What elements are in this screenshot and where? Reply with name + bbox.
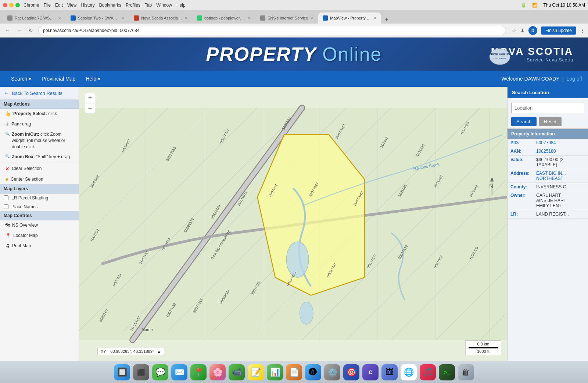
tab-label: Re: LeadingRE WSAT Tra... bbox=[15, 16, 56, 20]
back-to-results[interactable]: ← Back To Search Results bbox=[0, 87, 79, 100]
minimize-btn[interactable] bbox=[9, 3, 14, 7]
window-controls[interactable] bbox=[3, 3, 20, 7]
maps-icon: 📍 bbox=[194, 368, 204, 377]
more-options-icon[interactable]: ⋮ bbox=[580, 28, 585, 33]
tab-2[interactable]: Session Two - SWAT On... ✕ bbox=[66, 13, 129, 24]
zoom-out-button[interactable]: − bbox=[85, 103, 95, 113]
center-selection-btn[interactable]: ◈ Center Selection bbox=[0, 174, 79, 184]
chrome-menu-item[interactable]: Profiles bbox=[126, 3, 140, 8]
nav-provincial-map[interactable]: Provincial Map bbox=[36, 73, 80, 85]
dock-settings[interactable]: ⚙️ bbox=[324, 364, 340, 380]
dock-music[interactable]: 🎵 bbox=[420, 364, 436, 380]
chrome-menu-item[interactable]: Bookmarks bbox=[99, 3, 121, 8]
dock-trash[interactable]: 🗑 bbox=[458, 364, 474, 380]
chrome-menu-item[interactable]: View bbox=[67, 3, 77, 8]
owner-label: Owner: bbox=[508, 191, 533, 210]
forward-button[interactable]: → bbox=[15, 26, 24, 35]
back-button[interactable]: ← bbox=[3, 26, 12, 35]
url-bar[interactable]: pol.novascotia.ca/POL/Map/Index?pid=5007… bbox=[38, 26, 506, 35]
clear-selection-btn[interactable]: ✕ Clear Selection bbox=[0, 164, 79, 175]
lr-parcel-shading-toggle[interactable]: LR Parcel Shading bbox=[0, 194, 79, 202]
tab-label: MapView - Property Onl... bbox=[330, 16, 371, 20]
print-map-btn[interactable]: 🖨 Print Map bbox=[0, 241, 79, 251]
tab-close[interactable]: ✕ bbox=[121, 16, 124, 20]
address-value[interactable]: EAST BIG IN...NORTHEAST bbox=[533, 169, 588, 183]
ns-overview-btn[interactable]: 🗺 NS Overview bbox=[0, 220, 79, 231]
tab-close[interactable]: ✕ bbox=[373, 16, 376, 20]
tab-favicon bbox=[71, 15, 76, 21]
dock-canva[interactable]: C bbox=[362, 364, 379, 380]
map-svg: Maisons Brook 5007593 5009857 50277585 5… bbox=[79, 87, 507, 361]
finish-update-button[interactable]: Finish update bbox=[541, 26, 576, 35]
coords-value: -60.988263°, 46.331889° bbox=[109, 349, 154, 354]
reload-button[interactable]: ↻ bbox=[26, 26, 35, 35]
tab-5[interactable]: SNS's Internet Service ✕ bbox=[256, 13, 318, 24]
logoff-link[interactable]: Log off bbox=[566, 76, 582, 82]
tab-4[interactable]: dotloop - peoplework, n... ✕ bbox=[193, 13, 255, 24]
chrome-menu-item[interactable]: Window bbox=[156, 3, 172, 8]
dock-facetime[interactable]: 📹 bbox=[229, 364, 245, 380]
close-btn[interactable] bbox=[3, 3, 7, 7]
pid-value[interactable]: 50077684 bbox=[533, 139, 588, 147]
place-names-toggle[interactable]: Place Names bbox=[0, 202, 79, 211]
messages-icon: 💬 bbox=[155, 368, 165, 377]
url-text: pol.novascotia.ca/POL/Map/Index?pid=5007… bbox=[43, 28, 140, 33]
dock-keynote[interactable]: 🎯 bbox=[343, 364, 359, 380]
tab-close[interactable]: ✕ bbox=[184, 16, 187, 20]
chrome-menu-item[interactable]: Tab bbox=[145, 3, 152, 8]
pid-row: PID: 50077684 bbox=[508, 139, 588, 147]
tab-favicon bbox=[197, 15, 202, 21]
lr-parcel-checkbox[interactable] bbox=[4, 195, 8, 200]
chrome-menu-item[interactable]: File bbox=[44, 3, 51, 8]
place-names-checkbox[interactable] bbox=[4, 204, 8, 209]
clear-selection-label: Clear Selection bbox=[12, 166, 75, 172]
dock-mail[interactable]: ✉️ bbox=[171, 364, 187, 380]
locator-map-btn[interactable]: 📍 Locator Map bbox=[0, 231, 79, 241]
bookmark-icon[interactable]: ☆ bbox=[512, 28, 517, 33]
dock-chrome[interactable]: 🌐 bbox=[401, 364, 417, 380]
finder-icon: 🔲 bbox=[117, 368, 127, 377]
dock-appstore[interactable]: 🅐 bbox=[305, 364, 321, 380]
dock-photos[interactable]: 🌸 bbox=[209, 364, 226, 380]
location-input[interactable] bbox=[511, 103, 584, 113]
search-location-area: Search Reset bbox=[508, 98, 588, 128]
maximize-btn[interactable] bbox=[15, 3, 20, 7]
locator-map-label: Locator Map bbox=[13, 233, 75, 239]
dock-pages[interactable]: 📄 bbox=[286, 364, 302, 380]
chrome-menu-item[interactable]: Help bbox=[176, 3, 186, 8]
notes-icon: 📝 bbox=[251, 368, 261, 377]
tab-close[interactable]: ✕ bbox=[248, 16, 251, 20]
nav-help-dropdown-icon: ▾ bbox=[98, 76, 100, 82]
zoom-in-button[interactable]: + bbox=[85, 93, 95, 103]
dock-finder[interactable]: 🔲 bbox=[114, 364, 130, 380]
reset-button[interactable]: Reset bbox=[539, 117, 562, 126]
dock-launchpad[interactable]: ⬛ bbox=[133, 364, 149, 380]
profile-avatar[interactable]: D bbox=[528, 26, 537, 35]
nav-help[interactable]: Help ▾ bbox=[80, 73, 105, 85]
nav-search[interactable]: Search ▾ bbox=[6, 73, 36, 85]
tab-1[interactable]: Re: LeadingRE WSAT Tra... ✕ bbox=[3, 13, 65, 24]
tab-3[interactable]: Nova Scotia Association... ✕ bbox=[129, 13, 192, 24]
dock-notes[interactable]: 📝 bbox=[248, 364, 264, 380]
tab-close[interactable]: ✕ bbox=[58, 16, 61, 20]
content-area: ← Back To Search Results Map Actions 👆 P… bbox=[0, 87, 588, 361]
county-value: INVERNESS C... bbox=[533, 183, 588, 191]
dock-messages[interactable]: 💬 bbox=[152, 364, 168, 380]
dock-numbers[interactable]: 📊 bbox=[267, 364, 283, 380]
chrome-menu-item[interactable]: Edit bbox=[55, 3, 63, 8]
download-icon[interactable]: ⬇ bbox=[520, 28, 525, 33]
aan-value[interactable]: 10825180 bbox=[533, 147, 588, 156]
dock-terminal[interactable]: >_ bbox=[439, 364, 455, 380]
new-tab-button[interactable]: + bbox=[381, 16, 391, 24]
chrome-menu-item[interactable]: History bbox=[81, 3, 95, 8]
tab-close[interactable]: ✕ bbox=[310, 16, 313, 20]
dock-maps[interactable]: 📍 bbox=[190, 364, 207, 380]
chrome-menu[interactable]: Chrome File Edit View History Bookmarks … bbox=[24, 3, 186, 8]
collapse-icon[interactable]: ▲ bbox=[157, 349, 161, 354]
nav-help-label: Help bbox=[86, 76, 96, 82]
tab-6-active[interactable]: MapView - Property Onl... ✕ bbox=[318, 13, 381, 24]
chrome-menu-item[interactable]: Chrome bbox=[24, 3, 39, 8]
dock-preview[interactable]: 🖼 bbox=[381, 364, 398, 380]
search-button[interactable]: Search bbox=[511, 117, 537, 126]
map-area[interactable]: Maisons Brook 5007593 5009857 50277585 5… bbox=[79, 87, 507, 361]
